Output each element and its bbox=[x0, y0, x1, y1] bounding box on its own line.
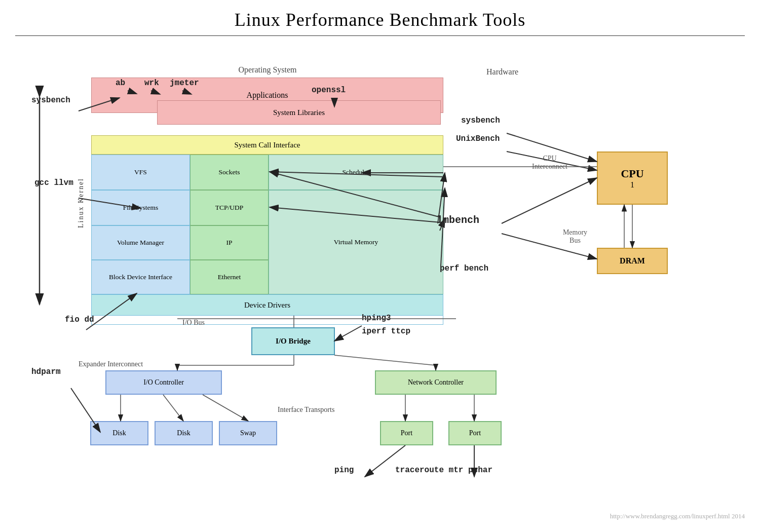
device-drivers-label: Device Drivers bbox=[244, 301, 290, 310]
port1-label: Port bbox=[401, 429, 412, 437]
swap-box: Swap bbox=[219, 421, 277, 445]
cpu-label: CPU bbox=[621, 167, 643, 180]
syscall-label: System Call Interface bbox=[235, 141, 300, 149]
filesystems-box: File Systems bbox=[91, 190, 190, 225]
io-bridge-label: I/O Bridge bbox=[276, 337, 311, 346]
system-libraries-label: System Libraries bbox=[273, 108, 325, 117]
tool-gcc-llvm: gcc llvm bbox=[34, 177, 73, 189]
port2-label: Port bbox=[469, 429, 481, 437]
tool-hdparm: hdparm bbox=[31, 367, 61, 376]
scheduler-label: Scheduler bbox=[343, 168, 370, 176]
cpu-interconnect-label: CPUInterconnect bbox=[517, 155, 583, 171]
ip-label: IP bbox=[226, 239, 232, 247]
scheduler-box: Scheduler bbox=[269, 155, 443, 190]
tcp-udp-box: TCP/UDP bbox=[190, 190, 269, 225]
dram-label: DRAM bbox=[620, 256, 645, 265]
cpu-num-label: 1 bbox=[630, 180, 634, 189]
tool-lmbench: lmbench bbox=[437, 214, 479, 226]
disk2-label: Disk bbox=[177, 429, 190, 437]
expander-interconnect-label: Expander Interconnect bbox=[79, 360, 143, 368]
virtual-memory-label: Virtual Memory bbox=[334, 238, 378, 246]
ip-box: IP bbox=[190, 225, 269, 260]
port2-box: Port bbox=[448, 421, 502, 445]
tool-ping: ping bbox=[334, 466, 354, 475]
memory-bus-label: MemoryBus bbox=[552, 229, 598, 245]
port1-box: Port bbox=[380, 421, 433, 445]
vfs-label: VFS bbox=[134, 168, 147, 176]
tool-wrk: wrk bbox=[144, 79, 159, 88]
filesystems-label: File Systems bbox=[123, 204, 158, 212]
iobus-label: I/O Bus bbox=[182, 319, 205, 327]
hardware-label: Hardware bbox=[486, 67, 518, 77]
svg-line-32 bbox=[163, 395, 183, 421]
system-libraries-box: System Libraries bbox=[157, 100, 441, 125]
io-controller-label: I/O Controller bbox=[143, 378, 184, 387]
tool-sysbench-left: sysbench bbox=[31, 96, 70, 105]
virtual-memory-box: Virtual Memory bbox=[269, 190, 443, 294]
tool-traceroute: traceroute mtr pchar bbox=[395, 466, 492, 475]
tool-perf-bench: perf bench bbox=[440, 264, 488, 273]
io-controller-box: I/O Controller bbox=[105, 370, 222, 395]
block-device-label: Block Device Interface bbox=[109, 273, 172, 281]
tool-ab: ab bbox=[116, 79, 125, 88]
device-drivers-box: Device Drivers bbox=[91, 294, 443, 316]
swap-label: Swap bbox=[240, 429, 256, 437]
svg-line-29 bbox=[334, 355, 436, 365]
block-device-box: Block Device Interface bbox=[91, 260, 190, 294]
volume-manager-box: Volume Manager bbox=[91, 225, 190, 260]
ethernet-box: Ethernet bbox=[190, 260, 269, 294]
tool-fio-dd: fio dd bbox=[65, 314, 94, 326]
net-controller-box: Network Controller bbox=[375, 370, 497, 395]
dram-box: DRAM bbox=[597, 248, 668, 274]
tool-jmeter: jmeter bbox=[170, 79, 199, 88]
net-controller-label: Network Controller bbox=[408, 378, 464, 387]
disk1-box: Disk bbox=[90, 421, 148, 445]
cpu-box: CPU 1 bbox=[597, 151, 668, 205]
vfs-box: VFS bbox=[91, 155, 190, 190]
main-diagram: Operating System Hardware Applications S… bbox=[0, 36, 760, 527]
ethernet-label: Ethernet bbox=[218, 273, 241, 281]
tcp-udp-label: TCP/UDP bbox=[215, 204, 244, 212]
sockets-box: Sockets bbox=[190, 155, 269, 190]
tool-openssl: openssl bbox=[312, 86, 346, 95]
footer-url: http://www.brendangregg.com/linuxperf.ht… bbox=[610, 512, 745, 520]
svg-line-15 bbox=[502, 178, 597, 223]
tool-unixbench: UnixBench bbox=[456, 134, 500, 143]
svg-line-25 bbox=[334, 326, 362, 341]
svg-line-33 bbox=[203, 395, 248, 421]
sockets-label: Sockets bbox=[219, 168, 240, 176]
io-bridge-box: I/O Bridge bbox=[251, 327, 335, 355]
kernel-label: Linux Kernel bbox=[77, 178, 85, 228]
applications-label: Applications bbox=[247, 91, 288, 100]
volume-manager-label: Volume Manager bbox=[117, 239, 164, 247]
syscall-box: System Call Interface bbox=[91, 135, 443, 155]
disk1-label: Disk bbox=[112, 429, 126, 437]
disk2-box: Disk bbox=[155, 421, 213, 445]
tool-hping3: hping3 bbox=[362, 314, 391, 323]
tool-sysbench-right: sysbench bbox=[461, 116, 500, 125]
tool-iperf-ttcp: iperf ttcp bbox=[362, 327, 410, 336]
interface-transports-label: Interface Transports bbox=[278, 406, 334, 414]
os-label: Operating System bbox=[90, 65, 445, 74]
page-title: Linux Performance Benchmark Tools bbox=[0, 0, 760, 35]
